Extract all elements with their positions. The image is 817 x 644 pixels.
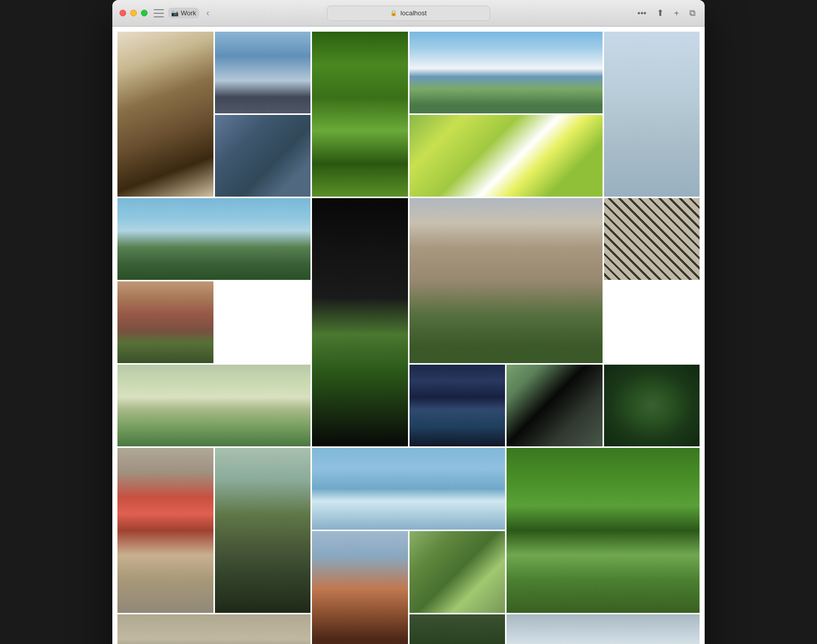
photo-bamboo-path[interactable] (312, 32, 408, 197)
photo-succulent[interactable] (604, 365, 700, 446)
photo-arch[interactable] (410, 198, 603, 363)
close-button[interactable] (119, 10, 126, 16)
photo-flower-bud[interactable] (312, 198, 408, 446)
address-bar[interactable]: 🔒 localhost (327, 6, 490, 21)
photo-grid (117, 32, 700, 644)
toolbar-right: ••• ⬆ + ⧉ (635, 7, 698, 19)
tab-label: Work (181, 9, 196, 17)
share-button[interactable]: ⬆ (655, 7, 666, 19)
photo-blinds[interactable] (604, 198, 700, 280)
photo-bridge[interactable] (215, 32, 311, 113)
photo-mountains[interactable] (410, 32, 603, 113)
titlebar: 📷 Work ‹ 🔒 localhost ••• ⬆ + ⧉ (112, 0, 705, 27)
photo-old-building[interactable] (117, 281, 213, 363)
sidebar-toggle-button[interactable] (154, 9, 164, 17)
photo-city-park[interactable] (507, 448, 700, 613)
back-button[interactable]: ‹ (203, 7, 212, 19)
photo-city-night[interactable] (410, 365, 506, 446)
minimize-button[interactable] (130, 10, 137, 16)
photo-street-lamp[interactable] (312, 531, 408, 644)
photo-bokeh[interactable] (215, 115, 311, 197)
address-text: localhost (400, 9, 426, 17)
photo-birds[interactable] (604, 32, 700, 197)
address-bar-wrapper: 🔒 localhost (327, 6, 490, 21)
photo-books[interactable] (117, 448, 213, 613)
photo-castle[interactable] (117, 198, 310, 280)
photo-bridge2[interactable] (507, 614, 700, 644)
photo-tower[interactable] (410, 614, 506, 644)
tab-group[interactable]: 📷 Work (168, 8, 199, 18)
lock-icon: 🔒 (390, 10, 397, 16)
tab-icon: 📷 (171, 10, 179, 17)
photo-bee[interactable] (117, 32, 213, 197)
photo-caterpillar[interactable] (117, 614, 310, 644)
photo-sparrow[interactable] (410, 531, 506, 613)
photo-daisies[interactable] (410, 115, 603, 197)
traffic-lights (119, 10, 148, 16)
photo-deer-field[interactable] (117, 365, 310, 446)
photo-blue-bird[interactable] (215, 448, 311, 613)
tabs-view-button[interactable]: ⧉ (687, 7, 698, 19)
more-options-button[interactable]: ••• (635, 7, 648, 19)
mac-window: 📷 Work ‹ 🔒 localhost ••• ⬆ + ⧉ (112, 0, 705, 644)
photo-raven[interactable] (507, 365, 603, 446)
photo-lake-pier[interactable] (312, 448, 505, 530)
maximize-button[interactable] (141, 10, 148, 16)
content-area (112, 27, 705, 644)
new-tab-button[interactable]: + (672, 7, 681, 19)
